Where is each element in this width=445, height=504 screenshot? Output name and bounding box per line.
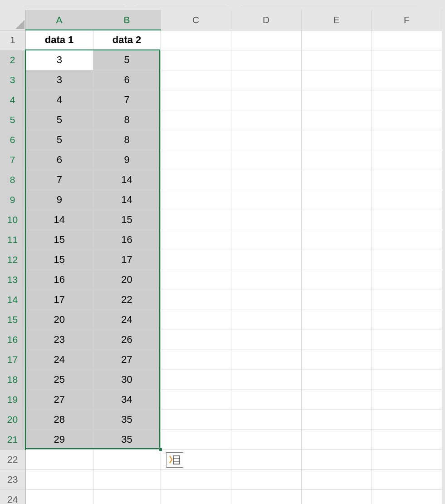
cell-C4[interactable] bbox=[161, 90, 231, 110]
cell-D2[interactable] bbox=[231, 50, 301, 70]
cell-E7[interactable] bbox=[301, 150, 372, 170]
cell-C20[interactable] bbox=[161, 410, 231, 430]
row-header-1[interactable]: 1 bbox=[0, 30, 25, 50]
cell-D1[interactable] bbox=[231, 30, 301, 50]
cell-B1[interactable]: data 2 bbox=[93, 30, 161, 50]
cell-A17[interactable]: 24 bbox=[25, 350, 93, 370]
cell-F4[interactable] bbox=[372, 90, 442, 110]
cell-F2[interactable] bbox=[372, 50, 442, 70]
row-header-11[interactable]: 11 bbox=[0, 230, 25, 250]
cell-D3[interactable] bbox=[231, 70, 301, 90]
column-header-E[interactable]: E bbox=[301, 10, 372, 30]
cell-B9[interactable]: 14 bbox=[93, 190, 161, 210]
cell-F16[interactable] bbox=[372, 330, 442, 350]
column-header-D[interactable]: D bbox=[231, 10, 301, 30]
cell-E9[interactable] bbox=[301, 190, 372, 210]
cell-A5[interactable]: 5 bbox=[25, 110, 93, 130]
row-header-20[interactable]: 20 bbox=[0, 410, 25, 430]
row-header-24[interactable]: 24 bbox=[0, 489, 25, 504]
cell-A19[interactable]: 27 bbox=[25, 390, 93, 410]
cell-E4[interactable] bbox=[301, 90, 372, 110]
cell-F10[interactable] bbox=[372, 210, 442, 230]
cell-F21[interactable] bbox=[372, 430, 442, 450]
cell-B11[interactable]: 16 bbox=[93, 230, 161, 250]
cell-A8[interactable]: 7 bbox=[25, 170, 93, 190]
cell-A15[interactable]: 20 bbox=[25, 310, 93, 330]
cell-F24[interactable] bbox=[372, 489, 442, 504]
cell-D8[interactable] bbox=[231, 170, 301, 190]
row-header-23[interactable]: 23 bbox=[0, 469, 25, 489]
cell-D12[interactable] bbox=[231, 250, 301, 270]
cell-E2[interactable] bbox=[301, 50, 372, 70]
cell-B2[interactable]: 5 bbox=[93, 50, 161, 70]
cell-B4[interactable]: 7 bbox=[93, 90, 161, 110]
cell-E20[interactable] bbox=[301, 410, 372, 430]
cell-B24[interactable] bbox=[93, 489, 161, 504]
cell-B20[interactable]: 35 bbox=[93, 410, 161, 430]
cell-C23[interactable] bbox=[161, 469, 231, 489]
cell-E22[interactable] bbox=[301, 450, 372, 469]
cell-C10[interactable] bbox=[161, 210, 231, 230]
cell-A2[interactable]: 3 bbox=[25, 50, 93, 70]
cell-C7[interactable] bbox=[161, 150, 231, 170]
cell-E24[interactable] bbox=[301, 489, 372, 504]
cell-B14[interactable]: 22 bbox=[93, 290, 161, 310]
cell-D4[interactable] bbox=[231, 90, 301, 110]
cell-B3[interactable]: 6 bbox=[93, 70, 161, 90]
cell-E17[interactable] bbox=[301, 350, 372, 370]
cell-C24[interactable] bbox=[161, 489, 231, 504]
row-header-14[interactable]: 14 bbox=[0, 290, 25, 310]
cell-E18[interactable] bbox=[301, 370, 372, 390]
cell-E10[interactable] bbox=[301, 210, 372, 230]
cell-C12[interactable] bbox=[161, 250, 231, 270]
row-header-4[interactable]: 4 bbox=[0, 90, 25, 110]
cell-B10[interactable]: 15 bbox=[93, 210, 161, 230]
row-header-21[interactable]: 21 bbox=[0, 430, 25, 450]
cell-F1[interactable] bbox=[372, 30, 442, 50]
cell-A22[interactable] bbox=[25, 450, 93, 469]
cell-F3[interactable] bbox=[372, 70, 442, 90]
quick-analysis-button[interactable] bbox=[166, 452, 183, 468]
cell-A24[interactable] bbox=[25, 489, 93, 504]
cell-D16[interactable] bbox=[231, 330, 301, 350]
cell-E12[interactable] bbox=[301, 250, 372, 270]
cell-F11[interactable] bbox=[372, 230, 442, 250]
row-header-10[interactable]: 10 bbox=[0, 210, 25, 230]
cell-F20[interactable] bbox=[372, 410, 442, 430]
cell-D24[interactable] bbox=[231, 489, 301, 504]
fill-handle[interactable] bbox=[159, 448, 162, 451]
cell-C15[interactable] bbox=[161, 310, 231, 330]
cell-B6[interactable]: 8 bbox=[93, 130, 161, 150]
row-header-6[interactable]: 6 bbox=[0, 130, 25, 150]
row-header-13[interactable]: 13 bbox=[0, 270, 25, 290]
cell-B13[interactable]: 20 bbox=[93, 270, 161, 290]
cell-F8[interactable] bbox=[372, 170, 442, 190]
cell-C17[interactable] bbox=[161, 350, 231, 370]
cell-D17[interactable] bbox=[231, 350, 301, 370]
cell-C6[interactable] bbox=[161, 130, 231, 150]
cell-C3[interactable] bbox=[161, 70, 231, 90]
cell-C8[interactable] bbox=[161, 170, 231, 190]
cell-F17[interactable] bbox=[372, 350, 442, 370]
row-header-18[interactable]: 18 bbox=[0, 370, 25, 390]
cell-A1[interactable]: data 1 bbox=[25, 30, 93, 50]
cell-A9[interactable]: 9 bbox=[25, 190, 93, 210]
cell-B23[interactable] bbox=[93, 469, 161, 489]
column-header-F[interactable]: F bbox=[372, 10, 442, 30]
cell-D15[interactable] bbox=[231, 310, 301, 330]
cell-B8[interactable]: 14 bbox=[93, 170, 161, 190]
cell-B22[interactable] bbox=[93, 450, 161, 469]
column-header-C[interactable]: C bbox=[161, 10, 231, 30]
row-header-22[interactable]: 22 bbox=[0, 450, 25, 469]
cell-B18[interactable]: 30 bbox=[93, 370, 161, 390]
cell-A18[interactable]: 25 bbox=[25, 370, 93, 390]
cell-D6[interactable] bbox=[231, 130, 301, 150]
cell-C14[interactable] bbox=[161, 290, 231, 310]
cell-F23[interactable] bbox=[372, 469, 442, 489]
cell-E19[interactable] bbox=[301, 390, 372, 410]
cell-B12[interactable]: 17 bbox=[93, 250, 161, 270]
cell-F22[interactable] bbox=[372, 450, 442, 469]
cell-A7[interactable]: 6 bbox=[25, 150, 93, 170]
cell-D5[interactable] bbox=[231, 110, 301, 130]
cell-A13[interactable]: 16 bbox=[25, 270, 93, 290]
